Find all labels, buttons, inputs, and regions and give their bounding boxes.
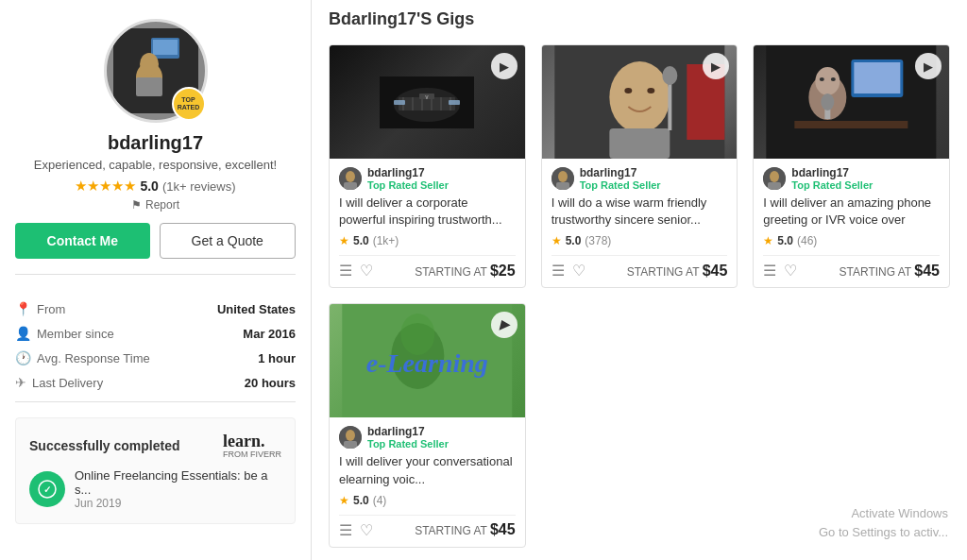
svg-rect-38	[855, 62, 901, 93]
left-panel: TOP RATED bdarling17 Experienced, capabl…	[0, 0, 312, 560]
menu-icon-2[interactable]: ☰	[551, 262, 565, 280]
gig-card-3[interactable]: ▶ bdarling17 Top Rated Seller	[753, 44, 950, 288]
svg-point-54	[346, 430, 355, 441]
contact-me-button[interactable]: Contact Me	[15, 223, 150, 259]
location-icon: 📍	[15, 301, 31, 316]
gig-card-4[interactable]: e-Learning ▶ bdarling17 Top Rate	[329, 303, 526, 547]
gig-count-3: (46)	[797, 234, 817, 247]
report-link[interactable]: ⚑ Report	[131, 198, 179, 212]
seller-name-4: bdarling17	[367, 425, 449, 438]
car-image: V	[380, 76, 474, 128]
gig-body-1: bdarling17 Top Rated Seller I will deliv…	[330, 159, 525, 287]
svg-point-41	[820, 77, 824, 81]
gig-rating-row-4: ★ 5.0 (4)	[339, 494, 516, 507]
gig-body-3: bdarling17 Top Rated Seller I will deliv…	[754, 159, 949, 287]
gig-title-2: I will do a wise warm friendly trustwort…	[551, 195, 728, 229]
gig-score-4: 5.0	[353, 494, 369, 507]
svg-rect-3	[153, 40, 178, 55]
seller-badge-3: Top Rated Seller	[791, 179, 873, 191]
seller-badge-2: Top Rated Seller	[580, 179, 661, 191]
gig-footer-2: ☰ ♡ STARTING AT $45	[551, 255, 728, 280]
gig-card-2[interactable]: ▶ bdarling17 Top Rated Seller	[541, 44, 738, 288]
gig-score-1: 5.0	[353, 234, 369, 247]
svg-point-27	[624, 88, 632, 93]
certificate-icon: ✓	[38, 480, 57, 499]
gig-seller-row-4: bdarling17 Top Rated Seller	[339, 425, 516, 450]
svg-rect-55	[344, 441, 357, 449]
play-button-1[interactable]: ▶	[491, 53, 517, 79]
menu-icon-4[interactable]: ☰	[339, 521, 352, 539]
gig-count-2: (378)	[585, 234, 611, 247]
seller-badge-4: Top Rated Seller	[367, 438, 449, 450]
username: bdarling17	[108, 132, 203, 154]
heart-icon-3[interactable]: ♡	[784, 262, 797, 280]
seller-avatar-3	[763, 167, 786, 190]
gig-star-2: ★	[551, 234, 562, 247]
menu-icon-3[interactable]: ☰	[763, 262, 776, 280]
gig-seller-row-2: bdarling17 Top Rated Seller	[551, 166, 728, 191]
gig-price-2: STARTING AT $45	[627, 263, 728, 280]
gig-price-4: STARTING AT $45	[415, 521, 516, 538]
heart-icon-2[interactable]: ♡	[572, 262, 585, 280]
gig-footer-4: ☰ ♡ STARTING AT $45	[339, 515, 516, 539]
gig-star-4: ★	[339, 494, 349, 507]
action-buttons: Contact Me Get a Quote	[15, 223, 296, 259]
seller-avatar-img-1	[339, 167, 362, 190]
seller-avatar-4	[339, 426, 362, 449]
gigs-grid-top: V ▶ bdarlin	[329, 44, 950, 288]
get-quote-button[interactable]: Get a Quote	[160, 223, 297, 259]
gig-score-3: 5.0	[777, 234, 793, 247]
badge-header: Successfully completed learn. FROM FIVER…	[29, 432, 281, 459]
gig-footer-icons-2: ☰ ♡	[551, 262, 585, 280]
svg-rect-21	[449, 100, 460, 105]
heart-icon-1[interactable]: ♡	[360, 262, 373, 280]
gigs-grid-bottom: e-Learning ▶ bdarling17 Top Rate	[329, 303, 950, 547]
gig-score-2: 5.0	[566, 234, 582, 247]
badge-course-date: Jun 2019	[75, 497, 281, 510]
badge-title: Successfully completed	[29, 438, 180, 453]
avatar-wrapper: TOP RATED	[104, 19, 208, 123]
badge-section: Successfully completed learn. FROM FIVER…	[15, 417, 296, 524]
gig-rating-row-2: ★ 5.0 (378)	[551, 234, 728, 247]
badge-item: ✓ Online Freelancing Essentials: be a s.…	[29, 468, 281, 510]
svg-point-28	[647, 88, 654, 93]
svg-point-26	[609, 61, 670, 133]
play-button-4[interactable]: ▶	[491, 312, 517, 338]
avg-response-row: 🕐 Avg. Response Time 1 hour	[15, 350, 296, 365]
svg-point-44	[822, 93, 835, 110]
gig-rating-row-1: ★ 5.0 (1k+)	[339, 234, 516, 247]
svg-text:e-Learning: e-Learning	[366, 348, 488, 378]
gigs-section-title: Bdarling17'S Gigs	[329, 9, 950, 29]
clock-icon: 🕐	[15, 350, 31, 365]
gig-thumb-2: ▶	[542, 45, 738, 159]
heart-icon-4[interactable]: ♡	[360, 521, 373, 539]
seller-avatar-1	[339, 167, 362, 190]
seller-avatar-img-3	[763, 167, 786, 190]
gig-title-1: I will deliver a corporate powerful insp…	[339, 195, 516, 229]
from-row: 📍 From United States	[15, 301, 296, 316]
gig-price-3: STARTING AT $45	[840, 263, 941, 280]
avg-response-value: 1 hour	[258, 351, 296, 365]
person-icon: 👤	[15, 326, 31, 341]
gig-card-1[interactable]: V ▶ bdarlin	[329, 44, 526, 288]
gig-thumb-4: e-Learning ▶	[330, 304, 525, 417]
gig-seller-row-1: bdarling17 Top Rated Seller	[339, 166, 516, 191]
gig-footer-1: ☰ ♡ STARTING AT $25	[339, 255, 516, 280]
svg-point-47	[770, 171, 779, 182]
seller-avatar-2	[551, 167, 574, 190]
menu-icon-1[interactable]: ☰	[339, 262, 352, 280]
gig-price-1: STARTING AT $25	[415, 263, 516, 280]
gig-title-3: I will deliver an amazing phone greeting…	[763, 195, 940, 229]
seller-name-3: bdarling17	[791, 166, 873, 179]
learn-logo: learn. FROM FIVERR	[223, 432, 281, 459]
gig-body-4: bdarling17 Top Rated Seller I will deliv…	[330, 417, 525, 546]
from-value: United States	[217, 302, 296, 316]
gig-thumb-1: V ▶	[330, 45, 525, 159]
last-delivery-row: ✈ Last Delivery 20 hours	[15, 375, 296, 390]
svg-point-42	[831, 77, 836, 81]
play-button-3[interactable]: ▶	[915, 53, 942, 79]
gig-count-1: (1k+)	[373, 234, 399, 247]
rating-score: 5.0	[140, 178, 158, 194]
member-since-value: Mar 2016	[243, 327, 296, 341]
svg-text:✓: ✓	[43, 484, 51, 495]
